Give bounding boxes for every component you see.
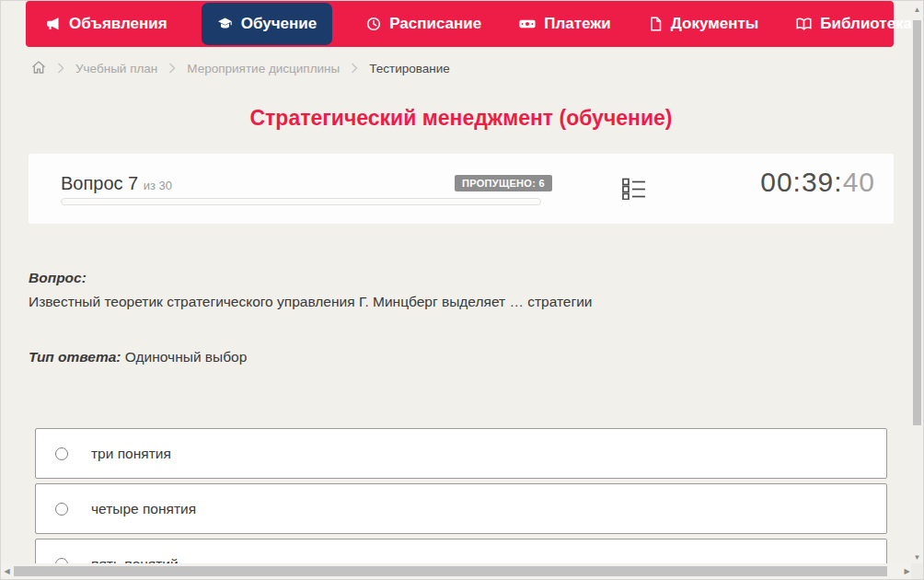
question-number: Вопрос 7 из 30 — [61, 173, 172, 194]
breadcrumb-item-testing: Тестирование — [369, 62, 450, 75]
breadcrumb-item-discipline-event[interactable]: Мероприятие дисциплины — [187, 62, 340, 75]
timer-seconds: 40 — [843, 167, 875, 197]
graduation-cap-icon — [217, 17, 233, 31]
nav-item-library[interactable]: Библиотека — [792, 3, 924, 45]
question-total-label: из 30 — [144, 179, 172, 192]
breadcrumb-separator-icon — [57, 63, 64, 74]
answer-option-label: четыре понятия — [91, 501, 196, 517]
document-icon — [649, 17, 663, 31]
nav-item-training[interactable]: Обучение — [202, 3, 332, 45]
vertical-scrollbar[interactable]: ▲ ▼ — [911, 1, 923, 565]
page-title: Стратегический менеджмент (обучение) — [29, 106, 894, 131]
question-list-icon[interactable] — [622, 178, 646, 203]
quiz-page: { "nav": { "items": [ { "label": "Объявл… — [0, 0, 924, 580]
answer-option[interactable]: четыре понятия — [35, 483, 887, 534]
nav-item-schedule[interactable]: Расписание — [363, 3, 485, 45]
nav-item-label: Объявления — [69, 15, 167, 33]
answer-type-line: Тип ответа: Одиночный выбор — [29, 349, 247, 365]
nav-item-documents[interactable]: Документы — [645, 3, 763, 45]
timer: 00:39:40 — [760, 167, 875, 198]
answer-type-value: Одиночный выбор — [125, 349, 248, 365]
answer-type-label: Тип ответа: — [29, 349, 121, 365]
nav-item-label: Платежи — [544, 15, 611, 33]
timer-hours-minutes: 00:39: — [760, 167, 842, 197]
scroll-left-arrow-icon[interactable]: ◀ — [1, 563, 13, 579]
nav-item-payments[interactable]: Платежи — [515, 3, 615, 45]
radio-button-icon[interactable] — [55, 503, 68, 516]
nav-item-announcements[interactable]: Объявления — [42, 3, 171, 45]
skipped-badge: ПРОПУЩЕНО: 6 — [455, 175, 552, 191]
home-icon[interactable] — [31, 60, 46, 77]
scroll-up-arrow-icon[interactable]: ▲ — [911, 3, 923, 16]
horizontal-scrollbar-thumb[interactable] — [14, 566, 887, 576]
megaphone-icon — [46, 17, 61, 31]
answer-option[interactable]: три понятия — [35, 428, 887, 479]
main-navbar: Объявления Обучение Расписание — [26, 1, 894, 47]
nav-item-label: Обучение — [241, 15, 317, 33]
nav-item-label: Библиотека — [820, 15, 912, 33]
breadcrumb-separator-icon — [168, 63, 176, 74]
question-heading: Вопрос: — [29, 270, 87, 286]
question-header-panel: Вопрос 7 из 30 ПРОПУЩЕНО: 6 00:39:40 — [29, 154, 894, 224]
book-icon — [796, 17, 812, 31]
banknote-icon — [519, 17, 536, 31]
answer-option-label: три понятия — [91, 446, 171, 462]
breadcrumb-separator-icon — [351, 63, 358, 74]
scroll-down-arrow-icon[interactable]: ▼ — [911, 551, 923, 563]
nav-item-label: Документы — [671, 15, 759, 33]
question-number-label: Вопрос 7 — [61, 173, 138, 193]
question-text: Известный теоретик стратегического управ… — [29, 294, 875, 310]
scrollbar-corner — [911, 563, 923, 579]
horizontal-scrollbar[interactable]: ◀ ▶ — [1, 563, 913, 579]
vertical-scrollbar-thumb[interactable] — [913, 20, 921, 425]
breadcrumb: Учебный план Мероприятие дисциплины Тест… — [31, 59, 450, 77]
nav-item-label: Расписание — [389, 15, 481, 33]
question-progress-bar — [61, 198, 541, 205]
radio-button-icon[interactable] — [55, 447, 68, 460]
breadcrumb-item-curriculum[interactable]: Учебный план — [75, 62, 157, 75]
clock-icon — [366, 17, 381, 31]
